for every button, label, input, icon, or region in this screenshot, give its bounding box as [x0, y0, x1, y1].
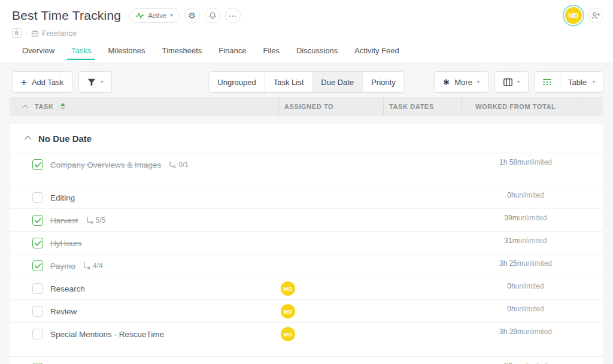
group-option-due-date[interactable]: Due Date: [312, 72, 363, 92]
assignee-avatar[interactable]: MD: [281, 327, 295, 341]
column-task[interactable]: TASK: [35, 103, 54, 110]
subtask-count: 4/4: [93, 262, 103, 270]
add-user-button[interactable]: [588, 8, 603, 23]
table-row[interactable]: Special Mentions - RescueTime MD 3h 29m …: [10, 323, 603, 357]
group-header-no-due-date[interactable]: No Due Date: [10, 124, 603, 153]
column-assigned-to[interactable]: ASSIGNED TO: [284, 103, 333, 110]
task-label[interactable]: Company Overviews & Images: [50, 160, 161, 169]
more-options-button[interactable]: ⋯: [225, 8, 241, 23]
worked-total: unlimited: [518, 236, 547, 245]
assignee-avatar[interactable]: MD: [281, 281, 295, 296]
table-row[interactable]: HyHours 31m unlimited: [10, 232, 603, 254]
tab-milestones[interactable]: Milestones: [108, 46, 145, 62]
table-row[interactable]: Editing 0h unlimited: [10, 186, 603, 209]
worked-cell: 0h unlimited: [461, 186, 584, 209]
table-row[interactable]: Research MD 0h unlimited: [10, 277, 603, 300]
subtask-badge: 5/5: [86, 216, 106, 225]
column-extra: [584, 97, 603, 116]
table-row[interactable]: Harvest 5/5 39m unlimited: [10, 209, 603, 232]
settings-button[interactable]: ⚙: [184, 8, 200, 23]
task-checkbox[interactable]: [32, 329, 43, 339]
plus-icon: +: [21, 77, 27, 87]
task-checkbox[interactable]: [32, 306, 43, 317]
worked-total: unlimited: [515, 191, 544, 199]
subtask-count: 5/5: [96, 216, 106, 225]
notifications-button[interactable]: [205, 8, 220, 23]
tab-overview[interactable]: Overview: [22, 46, 54, 62]
bell-icon: [208, 11, 217, 20]
tab-finance[interactable]: Finance: [219, 46, 246, 62]
worked-time: 59m: [504, 362, 518, 364]
table-row[interactable]: Company Overviews & Images 0/1 1h 58m un…: [10, 153, 603, 186]
group-by-segmented-control: Ungrouped Task List Due Date Priority: [208, 71, 404, 93]
table-row[interactable]: Review MD 0h unlimited: [10, 300, 603, 323]
task-dates-cell: [383, 300, 461, 323]
tab-timesheets[interactable]: Timesheets: [162, 46, 202, 62]
task-label[interactable]: Editing: [50, 193, 75, 202]
row-extra-cell: [584, 254, 603, 277]
worked-time: 39m: [504, 214, 518, 222]
columns-button[interactable]: ▾: [494, 71, 529, 93]
task-checkbox[interactable]: [32, 215, 43, 226]
worked-total: unlimited: [518, 214, 547, 222]
settings-star-icon: ✱: [443, 78, 450, 87]
worked-cell: 0h unlimited: [461, 300, 584, 323]
task-dates-cell: [383, 277, 461, 300]
project-status-dropdown[interactable]: Active ▾: [129, 8, 179, 23]
task-checkbox[interactable]: [32, 283, 43, 294]
collapse-group-icon[interactable]: [25, 136, 31, 142]
row-extra-cell: [584, 186, 603, 209]
worked-total: unlimited: [523, 259, 552, 268]
task-checkbox[interactable]: [32, 192, 43, 203]
assignee-avatar[interactable]: MD: [281, 304, 295, 318]
worked-cell: 31m unlimited: [461, 232, 584, 254]
task-label[interactable]: Harvest: [50, 216, 78, 225]
add-task-button[interactable]: + Add Task: [12, 71, 72, 93]
subtasks-icon: [168, 161, 176, 168]
task-dates-cell: [383, 186, 461, 209]
table-row[interactable]: Toggl Track 1/1 59m unlimited: [10, 357, 603, 364]
task-checkbox[interactable]: [32, 260, 43, 271]
project-header: Best Time Tracking Active ▾ ⚙ ⋯ MD: [0, 0, 613, 62]
view-label: Table: [568, 78, 587, 87]
worked-time: 0h: [507, 191, 515, 199]
task-label[interactable]: Research: [50, 284, 85, 293]
person-add-icon: [591, 11, 600, 20]
task-label[interactable]: Review: [50, 307, 77, 316]
view-dropdown[interactable]: Table ▾: [560, 72, 603, 92]
table-row[interactable]: Paymo 4/4 3h 25m unlimited: [10, 254, 603, 277]
status-label: Active: [148, 12, 166, 19]
task-checkbox[interactable]: [32, 238, 43, 248]
client-link[interactable]: Freelance: [31, 29, 77, 38]
task-dates-cell: [383, 323, 461, 345]
tab-discussions[interactable]: Discussions: [296, 46, 338, 62]
row-extra-cell: [584, 357, 603, 364]
avatar[interactable]: MD: [565, 7, 582, 24]
group-option-priority[interactable]: Priority: [363, 72, 403, 92]
task-label[interactable]: Special Mentions - RescueTime: [50, 330, 164, 339]
tab-tasks[interactable]: Tasks: [71, 46, 91, 62]
task-label[interactable]: Paymo: [50, 262, 75, 271]
group-option-ungrouped[interactable]: Ungrouped: [209, 72, 265, 92]
filter-button[interactable]: ▾: [78, 71, 112, 93]
table-header: TASK ASSIGNED TO TASK DATES WORKED FROM …: [10, 97, 603, 116]
worked-cell: 3h 25m unlimited: [461, 254, 584, 277]
worked-time: 0h: [507, 282, 515, 290]
more-menu-button[interactable]: ✱ More ▾: [434, 71, 488, 93]
worked-total: unlimited: [518, 362, 547, 364]
group-option-task-list[interactable]: Task List: [265, 72, 313, 92]
column-task-dates[interactable]: TASK DATES: [389, 103, 434, 110]
table-view-icon-button[interactable]: [535, 72, 560, 92]
tab-files[interactable]: Files: [263, 46, 280, 62]
breadcrumb-separator: ·: [25, 29, 28, 38]
columns-icon: [503, 78, 512, 86]
task-rows: Company Overviews & Images 0/1 1h 58m un…: [10, 153, 603, 364]
worked-time: 31m: [504, 236, 518, 245]
task-label[interactable]: HyHours: [50, 239, 82, 248]
column-worked-from-total[interactable]: WORKED FROM TOTAL: [475, 103, 556, 110]
collapse-all-icon[interactable]: [22, 104, 28, 110]
tab-activity-feed[interactable]: Activity Feed: [354, 46, 399, 62]
sort-icon[interactable]: [60, 103, 65, 110]
subtasks-icon: [83, 262, 90, 269]
task-checkbox[interactable]: [32, 159, 43, 170]
